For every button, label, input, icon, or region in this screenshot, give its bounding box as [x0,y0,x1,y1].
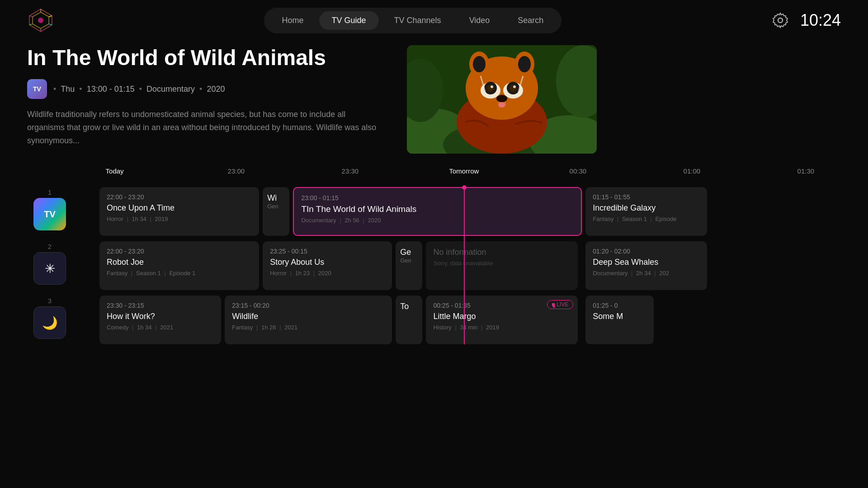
program-row-2: 22:00 - 23:20 Robot Joe Fantasy | Season… [99,241,859,290]
channel-1-logo-text: TV [44,209,56,220]
app-logo [27,7,54,34]
program-title-hiw: How it Work? [107,312,214,321]
channel-1-num: 1 [48,189,52,196]
program-title-dsw: Deep Sea Whales [593,258,700,267]
program-robot-joe[interactable]: 22:00 - 23:20 Robot Joe Fantasy | Season… [99,241,259,290]
svg-point-8 [38,18,43,23]
featured-meta-text: • Thu • 13:00 - 01:15 • Documentary • 20… [53,84,225,94]
svg-point-26 [487,84,494,92]
time-mark-0100: 01:00 [684,167,701,175]
program-wildlife[interactable]: 23:15 - 00:20 Wildlife Fantasy | 1h 28 |… [225,296,392,344]
program-some-m-truncated[interactable]: 01:25 - 0 Some M [585,296,654,344]
featured-genre: Documentary [146,84,195,94]
time-ruler-spacer [0,167,99,185]
program-no-info[interactable]: No information Sorry, data unavailable [426,241,578,290]
svg-point-30 [496,95,507,102]
program-time: 22:00 - 23:20 [107,193,252,201]
program-meta-trunc: Gen [267,203,285,210]
nav-search[interactable]: Search [505,11,556,30]
dot1: • [53,84,56,94]
time-mark-2300: 23:00 [228,167,245,175]
channel-item-3: 3 🌙 [0,294,99,343]
nav-video[interactable]: Video [457,11,503,30]
svg-point-28 [491,85,493,88]
dot3: • [139,84,142,94]
nav-tv-guide[interactable]: TV Guide [319,11,379,30]
program-title-trunc: Wi [267,193,285,203]
channel-3-logo[interactable]: 🌙 [33,306,66,339]
dot2: • [79,84,82,94]
channel-3-logo-icon: 🌙 [42,315,58,330]
program-title-sau: Story About Us [270,258,385,267]
svg-point-27 [509,84,517,92]
program-how-it-work[interactable]: 23:30 - 23:15 How it Work? Comedy | 1h 3… [99,296,221,344]
program-meta-ge: Gen [400,257,418,264]
program-title: Once Upon A Time [107,203,252,213]
nav-home[interactable]: Home [269,11,316,30]
program-row-3: 23:30 - 23:15 How it Work? Comedy | 1h 3… [99,296,859,344]
program-once-upon-time[interactable]: 22:00 - 23:20 Once Upon A Time Horror | … [99,187,259,236]
nav-bar: Home TV Guide TV Channels Video Search [264,8,562,33]
header-right: 10:24 [771,11,841,30]
featured-time: 13:00 - 01:15 [87,84,135,94]
featured-description: Wildlife traditionally refers to undomes… [27,108,380,147]
dot4: • [199,84,202,94]
program-ge-truncated[interactable]: Ge Gen [396,241,422,290]
program-title-wild: TIn The World of Wild Animals [301,204,573,214]
settings-icon[interactable] [771,11,789,29]
svg-point-9 [778,18,783,23]
svg-point-22 [473,56,486,72]
time-ruler: Today 23:00 23:30 Tomorrow 00:30 01:00 0… [99,167,859,185]
program-time-hiw: 23:30 - 23:15 [107,302,214,309]
live-text: LIVE [557,301,568,308]
svg-line-7 [29,16,33,17]
program-meta: Horror | 1h 34 | 2019 [107,216,252,222]
program-title-ge: Ge [400,248,418,257]
time-mark-tomorrow: Tomorrow [449,167,479,175]
channel-item-2: 2 ✳ [0,239,99,288]
svg-line-4 [49,24,52,25]
programs-area: Today 23:00 23:30 Tomorrow 00:30 01:00 0… [99,167,859,344]
channel-1-logo[interactable]: TV [33,198,66,230]
program-meta-rj: Fantasy | Season 1 | Episode 1 [107,270,252,277]
program-wi-truncated[interactable]: Wi Gen [263,187,289,236]
featured-title: In The World of Wild Animals [27,45,380,70]
time-mark-0130: 01:30 [797,167,815,175]
channel-2-logo[interactable]: ✳ [33,252,66,285]
guide-layout: 1 TV 2 ✳ 3 🌙 [0,167,859,344]
program-incredible-galaxy[interactable]: 01:15 - 01:55 Incredible Galaxy Fantasy … [585,187,707,236]
nav-tv-channels[interactable]: TV Channels [382,11,454,30]
tv-guide-section: 1 TV 2 ✳ 3 🌙 [0,167,868,344]
featured-meta: TV • Thu • 13:00 - 01:15 • Documentary •… [27,79,380,99]
program-title-to: To [400,302,418,311]
time-mark-today: Today [106,167,124,175]
header: Home TV Guide TV Channels Video Search 1… [0,0,868,41]
program-row-1: 22:00 - 23:20 Once Upon A Time Horror | … [99,187,859,236]
channel-2-logo-icon: ✳ [45,261,55,276]
program-title-wl: Wildlife [232,312,385,321]
featured-image [407,45,597,154]
program-time-wl: 23:15 - 00:20 [232,302,385,309]
featured-section: In The World of Wild Animals TV • Thu • … [0,41,868,167]
clock: 10:24 [800,11,841,30]
svg-point-31 [498,102,505,108]
time-mark-0030: 00:30 [570,167,587,175]
program-story-about-us[interactable]: 23:25 - 00:15 Story About Us Horror | 1h… [263,241,392,290]
svg-point-29 [513,85,516,88]
program-time-galaxy: 01:15 - 01:55 [593,193,700,201]
program-meta-wild: Documentary | 2h 56 | 2020 [301,217,573,224]
program-title-rj: Robot Joe [107,258,252,267]
channel-3-num: 3 [48,297,52,305]
program-title-lm: Little Margo [433,312,571,321]
program-little-margo[interactable]: ● LIVE 00:25 - 01:35 Little Margo Histor… [426,296,578,344]
program-meta-galaxy: Fantasy | Season 1 | Episode [593,216,700,222]
program-meta-wl: Fantasy | 1h 28 | 2021 [232,324,385,331]
live-badge: ● LIVE [547,300,573,309]
program-meta-dsw: Documentary | 2h 34 | 202 [593,270,700,277]
program-meta-lm: History | 34 min | 2019 [433,324,571,331]
program-wild-animals[interactable]: 23:00 - 01:15 TIn The World of Wild Anim… [293,187,581,236]
program-meta-hiw: Comedy | 1h 34 | 2021 [107,324,214,331]
featured-year: 2020 [207,84,225,94]
program-to-truncated[interactable]: To [396,296,422,344]
program-deep-sea-whales[interactable]: 01:20 - 02:00 Deep Sea Whales Documentar… [585,241,707,290]
